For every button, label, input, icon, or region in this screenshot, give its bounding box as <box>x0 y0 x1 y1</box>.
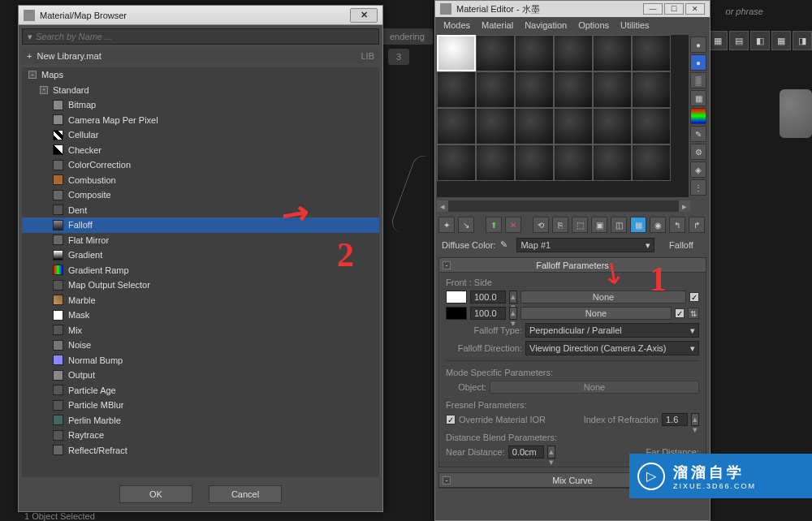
map-item-normal-bump[interactable]: Normal Bump <box>22 353 379 368</box>
show-map-icon[interactable]: ▦ <box>630 217 646 233</box>
options-icon[interactable]: ⚙ <box>690 144 706 160</box>
put-to-scene-icon[interactable]: ↘ <box>458 217 474 233</box>
spinner-arrows-icon[interactable]: ▴▾ <box>509 307 517 320</box>
sample-slot[interactable] <box>515 71 554 108</box>
side-map-button[interactable]: None <box>520 307 672 320</box>
go-forward-icon[interactable]: ↱ <box>689 217 705 233</box>
map-item-falloff[interactable]: Falloff <box>22 217 379 233</box>
collapse-icon[interactable]: - <box>40 86 48 94</box>
sample-slot[interactable] <box>554 71 593 108</box>
sample-slot[interactable] <box>437 108 476 144</box>
map-item-flat-mirror[interactable]: Flat Mirror <box>22 233 379 248</box>
background-icon[interactable]: ▒ <box>690 72 706 88</box>
map-item-reflect-refract[interactable]: Reflect/Refract <box>22 443 379 459</box>
sample-slot[interactable] <box>554 35 593 71</box>
maximize-icon[interactable]: ☐ <box>664 3 684 15</box>
sample-slot[interactable] <box>476 71 515 108</box>
sample-slot[interactable] <box>476 144 515 181</box>
video-check-icon[interactable] <box>690 108 706 124</box>
color-swatch-side[interactable] <box>446 307 467 320</box>
menu-options[interactable]: Options <box>578 20 609 30</box>
search-input[interactable] <box>36 32 374 41</box>
library-row[interactable]: + New Library.mat LIB <box>22 48 379 64</box>
map-item-noise[interactable]: Noise <box>22 338 379 353</box>
sample-slot[interactable] <box>515 144 554 181</box>
sample-type-icon[interactable]: ● <box>690 37 706 53</box>
sample-slot[interactable] <box>476 108 515 144</box>
delete-icon[interactable]: ✕ <box>505 217 521 233</box>
make-preview-icon[interactable]: ✎ <box>690 126 706 142</box>
close-icon[interactable]: ✕ <box>350 8 378 23</box>
map-item-cellular[interactable]: Cellular <box>22 127 379 143</box>
put-to-library-icon[interactable]: ▣ <box>591 217 607 233</box>
scroll-left-icon[interactable]: ◂ <box>437 200 448 212</box>
sample-slot[interactable] <box>437 35 476 71</box>
sample-slot[interactable] <box>515 35 554 71</box>
reset-icon[interactable]: ⟲ <box>533 217 549 233</box>
editor-titlebar[interactable]: Material Editor - 水墨 — ☐ ✕ <box>435 1 710 17</box>
sample-slot[interactable] <box>632 35 671 71</box>
sample-slot[interactable] <box>593 71 632 108</box>
map-type-label[interactable]: Falloff <box>659 240 703 250</box>
sample-slot[interactable] <box>554 144 593 181</box>
collapse-icon[interactable]: - <box>443 476 451 484</box>
map-item-camera-map-per-pixel[interactable]: Camera Map Per Pixel <box>22 113 379 128</box>
sample-scrollbar[interactable]: ◂ ▸ <box>437 200 690 212</box>
map-item-map-output-selector[interactable]: Map Output Selector <box>22 278 379 293</box>
close-icon[interactable]: ✕ <box>685 3 705 15</box>
object-pick-button[interactable]: None <box>490 381 699 394</box>
map-item-perlin-marble[interactable]: Perlin Marble <box>22 413 379 428</box>
material-id-icon[interactable]: ◫ <box>611 217 627 233</box>
browser-titlebar[interactable]: Material/Map Browser ✕ <box>19 6 382 25</box>
bg-tool-icon[interactable]: ▦ <box>771 31 791 50</box>
map-item-gradient-ramp[interactable]: Gradient Ramp <box>22 263 379 278</box>
uv-tile-icon[interactable]: ▦ <box>690 90 706 106</box>
spinner-arrows-icon[interactable]: ▴▾ <box>509 291 517 304</box>
eyedropper-icon[interactable]: ✎ <box>500 239 512 251</box>
map-item-mask[interactable]: Mask <box>22 308 379 323</box>
map-name-dropdown[interactable]: Map #1▾ <box>516 238 654 252</box>
menu-modes[interactable]: Modes <box>443 20 470 30</box>
front-amount-spinner[interactable]: 100.0 <box>470 291 506 304</box>
front-map-enable-check[interactable]: ✓ <box>689 292 699 302</box>
color-swatch-front[interactable] <box>446 291 467 304</box>
menu-navigation[interactable]: Navigation <box>525 20 567 30</box>
backlight-icon[interactable]: ● <box>690 54 706 71</box>
sample-slot[interactable] <box>515 108 554 144</box>
falloff-direction-dropdown[interactable]: Viewing Direction (Camera Z-Axis)▾ <box>525 341 699 355</box>
show-end-result-icon[interactable]: ◉ <box>650 217 666 233</box>
sample-slot[interactable] <box>554 108 593 144</box>
near-distance-spinner[interactable]: 0.0cm <box>508 446 544 459</box>
map-item-bitmap[interactable]: Bitmap <box>22 97 379 113</box>
cancel-button[interactable]: Cancel <box>209 485 282 503</box>
rollout-header[interactable]: - Falloff Parameters <box>439 258 706 273</box>
sample-slot[interactable] <box>632 108 671 144</box>
tree-group-maps[interactable]: - Maps <box>22 67 379 83</box>
menu-utilities[interactable]: Utilities <box>620 20 649 30</box>
map-item-particle-mblur[interactable]: Particle MBlur <box>22 398 379 413</box>
collapse-icon[interactable]: - <box>28 71 37 79</box>
spinner-arrows-icon[interactable]: ▴▾ <box>691 413 699 426</box>
map-item-mix[interactable]: Mix <box>22 323 379 338</box>
expand-icon[interactable]: + <box>27 51 32 61</box>
map-item-colorcorrection[interactable]: ColorCorrection <box>22 157 379 173</box>
map-item-combustion[interactable]: Combustion <box>22 173 379 188</box>
map-item-dent[interactable]: Dent <box>22 203 379 218</box>
map-item-raytrace[interactable]: Raytrace <box>22 428 379 443</box>
falloff-type-dropdown[interactable]: Perpendicular / Parallel▾ <box>525 323 699 338</box>
menu-material[interactable]: Material <box>482 20 513 30</box>
front-map-button[interactable]: None <box>520 291 686 304</box>
bg-tool-icon[interactable]: ◨ <box>793 31 812 50</box>
make-unique-icon[interactable]: ⬚ <box>572 217 588 233</box>
bg-tool-icon[interactable]: ◧ <box>750 31 770 50</box>
go-parent-icon[interactable]: ↰ <box>669 217 685 233</box>
sample-slot[interactable] <box>476 35 515 71</box>
ior-spinner[interactable]: 1.6 <box>662 413 688 426</box>
bg-tool-icon[interactable]: ▤ <box>729 31 749 50</box>
map-item-gradient[interactable]: Gradient <box>22 248 379 263</box>
swap-icon[interactable]: ⇅ <box>688 308 699 319</box>
side-map-enable-check[interactable]: ✓ <box>675 308 685 318</box>
sample-slot[interactable] <box>632 144 671 181</box>
sample-slot[interactable] <box>593 35 632 71</box>
search-dropdown-icon[interactable]: ▾ <box>28 32 32 42</box>
